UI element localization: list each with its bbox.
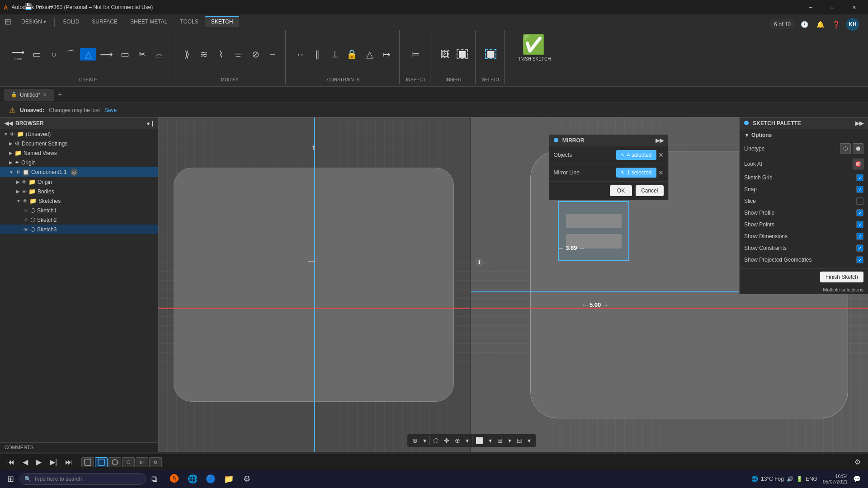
break-tool[interactable]: ⌇ [213,48,229,61]
show-projected-checkbox[interactable]: ✓ [856,256,863,263]
tangent-tool[interactable]: △ [361,48,377,61]
timeline-marker-5[interactable]: ▷ [136,457,148,467]
new-tab-button[interactable]: + [54,89,66,100]
browser-item-bodies[interactable]: ▶ 👁 📁 Bodies [0,187,158,196]
browser-item-unsaved[interactable]: ▼ 👁 📁 (Unsaved) [0,129,158,139]
expand-arrow[interactable]: ▶ [16,189,20,194]
tab-design[interactable]: DESIGN ▾ [15,17,52,27]
task-view-button[interactable]: ⧉ [148,473,161,486]
expand-arrow[interactable]: ▶ [9,160,13,165]
mirror-mod-tool[interactable]: ⊘ [247,48,264,61]
user-avatar[interactable]: KH [846,18,859,31]
look-at-icon[interactable]: 🎯 [853,159,863,169]
view-mode-dropdown[interactable]: ▾ [486,436,494,446]
taskbar-app-files[interactable]: 📁 [221,471,237,487]
offset-tool[interactable]: ⌯ [230,48,246,61]
mirror-line-selected-button[interactable]: ↖ 1 selected [616,168,656,178]
timeline-marker-6[interactable]: ⊙ [149,457,162,467]
taskbar-search-box[interactable]: 🔍 Type here to search [19,473,146,485]
sketch-grid-checkbox[interactable]: ✓ [856,174,863,181]
browser-item-component[interactable]: ▼ 👁 🔲 Component1:1 ◎ [0,167,158,177]
snap-checkbox[interactable]: ✓ [856,186,863,193]
anim-go-start[interactable]: ⏮ [5,457,17,467]
spline-tool[interactable]: ⟿ [97,48,116,61]
app-menu-button[interactable]: ⊞ [5,17,11,27]
notification-center-button[interactable]: 💬 [849,474,864,484]
visibility-icon[interactable]: 👁 [10,131,15,137]
fillet-tool[interactable]: ⌓ [151,48,167,61]
expand-arrow[interactable]: ▶ [9,141,13,146]
taskbar-app-settings[interactable]: ⚙ [239,471,255,487]
expand-arrow[interactable]: ▼ [4,131,8,136]
tab-solid[interactable]: SOLID [57,17,85,27]
help-icon[interactable]: ❓ [830,20,842,29]
select-tool[interactable]: ⬜ [482,47,499,61]
info-icon[interactable]: ℹ [475,258,484,267]
mirror-cancel-button[interactable]: Cancel [636,185,663,196]
fix-tool[interactable]: 🔒 [344,48,360,61]
browser-item-sketches[interactable]: ▼ 👁 📁 Sketches _ [0,196,158,206]
notification-icon[interactable]: 🔔 [815,20,826,29]
insert-dxf-tool[interactable]: ⬜ [454,47,471,61]
mirror-objects-selected-button[interactable]: ↖ 4 selected [616,150,656,160]
extra-dropdown[interactable]: ▾ [525,436,533,446]
mirror-line-clear-button[interactable]: ✕ [658,169,664,176]
trim-tool[interactable]: ⟫ [179,48,195,61]
show-constraints-checkbox[interactable]: ✓ [856,244,863,252]
extra-settings-button[interactable]: ⊟ [514,436,524,446]
mirror-ok-button[interactable]: OK [610,185,632,196]
expand-arrow[interactable]: ▶ [16,179,20,184]
visibility-icon[interactable]: 👁 [24,208,28,213]
show-points-checkbox[interactable]: ✓ [856,221,863,228]
timeline-marker-4[interactable]: ⬡ [122,457,135,467]
tab-sheet-metal[interactable]: SHEET METAL [124,17,174,27]
dimension-tool[interactable]: ↦ [378,48,395,61]
browser-toggle-left[interactable]: ◀◀ [5,120,13,127]
browser-item-origin2[interactable]: ▶ 👁 📁 Origin [0,177,158,187]
scale-tool[interactable]: — [264,50,281,58]
rectangle-tool[interactable]: ▭ [28,48,45,61]
save-button[interactable]: Save [104,107,117,113]
slice-checkbox[interactable] [856,197,863,205]
slot-tool[interactable]: ✂ [134,48,150,61]
redo-button[interactable]: ↪ [47,2,56,11]
taskbar-battery-icon[interactable]: 🔋 [796,476,803,482]
timeline-marker-1[interactable] [81,457,94,467]
display-settings-button[interactable]: ⊞ [495,436,505,446]
view-mode-button[interactable]: ⬜ [473,436,486,446]
home-view-button[interactable]: ⊕ [410,436,420,446]
linetype-normal-icon[interactable]: ⬟ [853,143,863,154]
pan-tool[interactable]: ✥ [442,436,452,446]
ellipse-tool[interactable]: ▭ [117,48,133,61]
zoom-dropdown[interactable]: ▾ [463,436,471,446]
circle-tool[interactable]: ○ [46,48,62,61]
taskbar-volume-icon[interactable]: 🔊 [787,476,793,482]
anim-prev[interactable]: ◀ [20,457,31,467]
taskbar-time-display[interactable]: 16:54 05/07/2021 [823,474,848,484]
canvas-area[interactable]: ⟷ ⬆ ← 3.89 → [158,117,868,452]
browser-item-origin[interactable]: ▶ ✦ Origin [0,158,158,167]
finish-sketch-button[interactable]: ✅ FINISH SKETCH [511,31,556,64]
perpendicular-tool[interactable]: ⊥ [326,48,343,61]
anim-play[interactable]: ▶ [33,457,44,467]
show-dimensions-checkbox[interactable]: ✓ [856,233,863,240]
linetype-construction-icon[interactable]: ⬡ [840,143,851,154]
tab-sketch[interactable]: SKETCH [205,16,240,27]
file-tab[interactable]: 🔒 Untitled* ✕ [4,89,54,101]
tab-close-button[interactable]: ✕ [43,92,47,97]
line-tool[interactable]: ⟶Line [9,46,28,63]
extend-tool[interactable]: ≋ [196,48,212,61]
taskbar-network-icon[interactable]: 🌐 [751,476,758,482]
expand-arrow[interactable]: ▼ [16,198,21,203]
insert-image-tool[interactable]: 🖼 [437,48,453,61]
measure-tool[interactable]: ⊨ [408,48,424,61]
tab-surface[interactable]: SURFACE [85,17,124,27]
mirror-objects-clear-button[interactable]: ✕ [658,151,664,159]
home-view-dropdown[interactable]: ▾ [421,436,429,446]
minimize-button[interactable]: ─ [800,0,821,14]
visibility-icon[interactable]: 👁 [15,169,20,175]
browser-item-sketch2[interactable]: 👁 ⬡ Sketch2 [0,215,158,225]
anim-settings-button[interactable]: ⚙ [852,457,863,467]
browser-item-docsettings[interactable]: ▶ ⚙ Document Settings [0,139,158,148]
browser-collapse-icon[interactable]: | [152,120,153,127]
